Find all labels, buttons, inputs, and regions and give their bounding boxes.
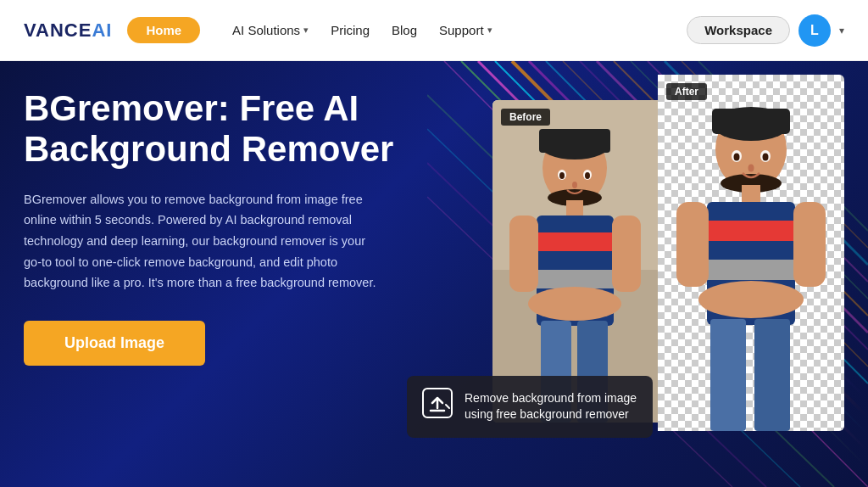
upload-image-button[interactable]: Upload Image xyxy=(24,321,205,366)
svg-rect-47 xyxy=(707,221,795,241)
tooltip-box: Remove background from image using free … xyxy=(407,376,653,438)
nav-links: AI Solutions ▾ Pricing Blog Support ▾ xyxy=(224,18,687,42)
hero-description: BGremover allows you to remove backgroun… xyxy=(24,189,380,294)
svg-point-40 xyxy=(572,182,577,188)
svg-point-59 xyxy=(748,165,754,172)
hero-content: BGremover: Free AI Background Remover BG… xyxy=(24,88,439,366)
svg-rect-24 xyxy=(539,129,610,153)
logo-ai: AI xyxy=(92,20,112,41)
logo-text: VANCEAI xyxy=(24,20,112,42)
upload-icon xyxy=(422,388,453,426)
after-person-illustration xyxy=(658,75,844,431)
navbar: VANCEAI Home AI Solutions ▾ Pricing Blog… xyxy=(0,0,868,61)
logo: VANCEAI xyxy=(24,20,112,42)
svg-rect-28 xyxy=(537,232,614,251)
svg-rect-48 xyxy=(707,260,795,280)
svg-point-57 xyxy=(734,154,740,161)
svg-rect-54 xyxy=(754,319,790,431)
svg-rect-45 xyxy=(742,185,760,204)
nav-item-blog[interactable]: Blog xyxy=(383,18,426,42)
upload-arrow-icon xyxy=(422,388,453,418)
nav-label-blog: Blog xyxy=(392,23,417,37)
nav-right: Workspace L ▾ xyxy=(687,14,844,47)
svg-point-58 xyxy=(763,154,769,161)
avatar-dropdown-icon[interactable]: ▾ xyxy=(839,25,844,36)
home-button[interactable]: Home xyxy=(127,17,200,43)
before-label: Before xyxy=(501,109,550,126)
after-image: After xyxy=(658,75,844,431)
nav-label-ai-solutions: AI Solutions xyxy=(232,23,300,37)
svg-rect-43 xyxy=(712,109,790,134)
svg-rect-31 xyxy=(509,216,538,292)
hero-title: BGremover: Free AI Background Remover xyxy=(24,88,439,171)
svg-point-52 xyxy=(698,281,804,318)
svg-rect-53 xyxy=(710,319,746,431)
avatar[interactable]: L xyxy=(798,14,831,47)
svg-point-39 xyxy=(585,172,590,179)
svg-rect-29 xyxy=(537,270,614,288)
hero-section: BGremover: Free AI Background Remover BG… xyxy=(0,61,868,487)
chevron-down-icon: ▾ xyxy=(303,25,309,36)
svg-rect-26 xyxy=(566,200,583,217)
logo-vance: VANCE xyxy=(24,20,92,41)
before-person-illustration xyxy=(492,100,658,423)
svg-rect-32 xyxy=(612,216,641,292)
nav-item-pricing[interactable]: Pricing xyxy=(322,18,378,42)
svg-point-38 xyxy=(559,172,565,179)
nav-label-support: Support xyxy=(439,23,484,37)
nav-item-support[interactable]: Support ▾ xyxy=(431,18,501,42)
svg-point-33 xyxy=(528,287,621,321)
nav-label-pricing: Pricing xyxy=(331,23,370,37)
after-label: After xyxy=(666,83,707,100)
svg-rect-50 xyxy=(676,202,709,287)
tooltip-text: Remove background from image using free … xyxy=(465,390,637,423)
workspace-button[interactable]: Workspace xyxy=(687,16,790,44)
svg-rect-51 xyxy=(793,202,826,287)
chevron-down-icon-2: ▾ xyxy=(487,25,492,36)
before-image: Before xyxy=(492,100,658,423)
nav-item-ai-solutions[interactable]: AI Solutions ▾ xyxy=(224,18,317,42)
